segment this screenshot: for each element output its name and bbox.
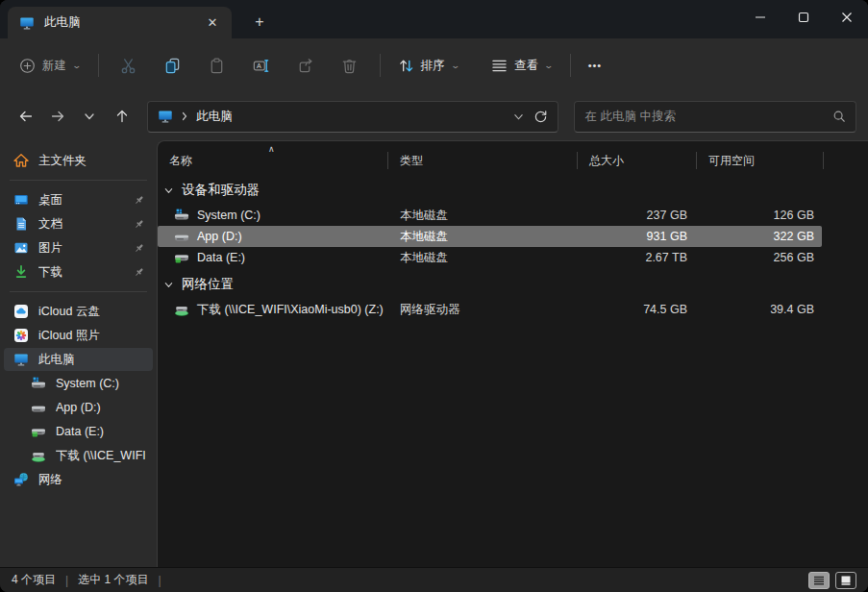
drive-network-icon (174, 302, 189, 317)
sidebar-item-this-pc[interactable]: 此电脑 (4, 348, 153, 371)
tab-close-icon[interactable]: ✕ (201, 12, 224, 35)
this-pc-icon (13, 352, 29, 367)
delete-button[interactable] (328, 47, 372, 84)
recent-locations-button[interactable] (76, 102, 104, 131)
this-pc-icon (19, 15, 35, 31)
column-header-name[interactable]: 名称 ∧ (158, 152, 388, 169)
sort-button[interactable]: 排序 ⌄ (388, 50, 469, 82)
chevron-expanded-icon (163, 185, 174, 196)
view-button[interactable]: 查看 ⌄ (482, 50, 562, 82)
sidebar-item-documents[interactable]: 文档 (4, 212, 153, 235)
item-count: 4 个项目 (12, 572, 56, 588)
drive-type: 本地磁盘 (388, 208, 578, 224)
share-icon (296, 57, 314, 75)
drive-total-size: 2.67 TB (578, 251, 697, 264)
sidebar-item-drive[interactable]: App (D:) (4, 396, 153, 419)
up-button[interactable] (108, 102, 136, 131)
file-list-pane: 名称 ∧ 类型 总大小 可用空间 设备和驱动器System (C:)本地磁盘23… (157, 140, 868, 567)
drive-free-space: 126 GB (697, 209, 824, 222)
column-header-type[interactable]: 类型 (388, 152, 578, 169)
group-header[interactable]: 设备和驱动器 (158, 176, 868, 205)
rename-icon: A (252, 57, 270, 75)
paste-button[interactable] (195, 47, 239, 84)
column-header-free-space[interactable]: 可用空间 (697, 152, 824, 169)
drive-icon (174, 229, 189, 244)
new-button[interactable]: 新建 ⌄ (10, 50, 90, 82)
group-header[interactable]: 网络位置 (158, 270, 868, 299)
sidebar-item-icloud-photos[interactable]: iCloud 照片 (4, 324, 153, 347)
cut-icon (119, 57, 137, 75)
search-icon (832, 110, 846, 123)
paste-icon (208, 57, 226, 75)
desktop-icon (13, 192, 29, 208)
cut-button[interactable] (107, 47, 151, 84)
maximize-button[interactable] (781, 0, 825, 35)
sidebar-item-label: Data (E:) (56, 425, 145, 438)
column-headers: 名称 ∧ 类型 总大小 可用空间 (158, 147, 868, 174)
toolbar-separator (570, 54, 571, 77)
file-row[interactable]: Data (E:)本地磁盘2.67 TB256 GB (158, 247, 822, 268)
more-options-button[interactable]: ••• (579, 52, 612, 79)
large-icons-view-button[interactable] (835, 572, 856, 589)
chevron-down-icon: ⌄ (450, 61, 460, 70)
sidebar-item-drive-network[interactable]: 下载 (\\ICE_WIFI\ (4, 444, 153, 467)
pin-icon (133, 194, 145, 207)
sidebar-item-network[interactable]: 网络 (4, 468, 153, 491)
sidebar-item-label: 桌面 (38, 192, 133, 209)
sidebar-item-label: App (D:) (56, 401, 145, 414)
sidebar-item-pictures[interactable]: 图片 (4, 236, 153, 259)
search-box[interactable] (574, 101, 856, 133)
details-view-button[interactable] (808, 572, 830, 589)
home-icon (13, 153, 29, 168)
sidebar-item-drive-data[interactable]: Data (E:) (4, 420, 153, 443)
sidebar-item-desktop[interactable]: 桌面 (4, 188, 153, 211)
downloads-icon (13, 264, 29, 280)
icloud-drive-icon (13, 304, 29, 319)
new-tab-button[interactable]: + (245, 10, 274, 35)
breadcrumb-root[interactable]: 此电脑 (196, 109, 233, 125)
delete-icon (340, 57, 359, 75)
tab-this-pc[interactable]: 此电脑 ✕ (8, 7, 232, 38)
drive-name: Data (E:) (197, 251, 245, 264)
copy-button[interactable] (151, 47, 195, 84)
breadcrumb[interactable]: 此电脑 (158, 109, 513, 125)
file-row[interactable]: 下载 (\\ICE_WIFI\XiaoMi-usb0) (Z:)网络驱动器74.… (158, 299, 822, 320)
sidebar-item-label: 下载 (38, 264, 133, 281)
file-row[interactable]: System (C:)本地磁盘237 GB126 GB (158, 205, 822, 226)
minimize-button[interactable] (738, 0, 781, 35)
sidebar-item-label: 文档 (38, 216, 133, 233)
sidebar-item-icloud-drive[interactable]: iCloud 云盘 (4, 300, 153, 323)
refresh-icon[interactable] (533, 110, 548, 124)
breadcrumb-chevron-icon (181, 111, 188, 121)
file-explorer-window: 此电脑 ✕ + 新建 ⌄ A (0, 0, 868, 592)
sidebar-item-label: 下载 (\\ICE_WIFI\ (56, 448, 145, 464)
drive-name: 下载 (\\ICE_WIFI\XiaoMi-usb0) (Z:) (197, 302, 384, 318)
address-dropdown-icon[interactable] (513, 111, 524, 122)
pin-icon (133, 218, 145, 231)
search-input[interactable] (584, 110, 832, 123)
sort-icon (398, 58, 414, 74)
chevron-down-icon: ⌄ (71, 61, 82, 70)
group-header-label: 设备和驱动器 (182, 182, 260, 199)
toolbar-separator (380, 54, 381, 77)
back-button[interactable] (12, 102, 39, 131)
sidebar-item-label: 主文件夹 (38, 153, 145, 169)
forward-button[interactable] (43, 102, 71, 131)
chevron-down-icon: ⌄ (544, 61, 555, 70)
sidebar-item-label: 网络 (38, 472, 145, 488)
sidebar-separator (10, 180, 147, 181)
column-header-total-size[interactable]: 总大小 (578, 152, 697, 169)
rename-button[interactable]: A (239, 47, 284, 84)
tab-label: 此电脑 (44, 14, 201, 31)
drive-network-icon (31, 448, 46, 463)
copy-icon (163, 57, 182, 75)
close-button[interactable] (825, 0, 868, 35)
sidebar-item-home[interactable]: 主文件夹 (4, 149, 153, 172)
file-row[interactable]: App (D:)本地磁盘931 GB322 GB (158, 226, 822, 247)
svg-text:A: A (257, 62, 261, 69)
address-bar[interactable]: 此电脑 (147, 101, 558, 133)
status-bar: 4 个项目 | 选中 1 个项目 | (0, 567, 868, 592)
sidebar-item-drive-windows[interactable]: System (C:) (4, 372, 153, 395)
share-button[interactable] (284, 47, 328, 84)
sidebar-item-downloads[interactable]: 下载 (4, 260, 153, 284)
